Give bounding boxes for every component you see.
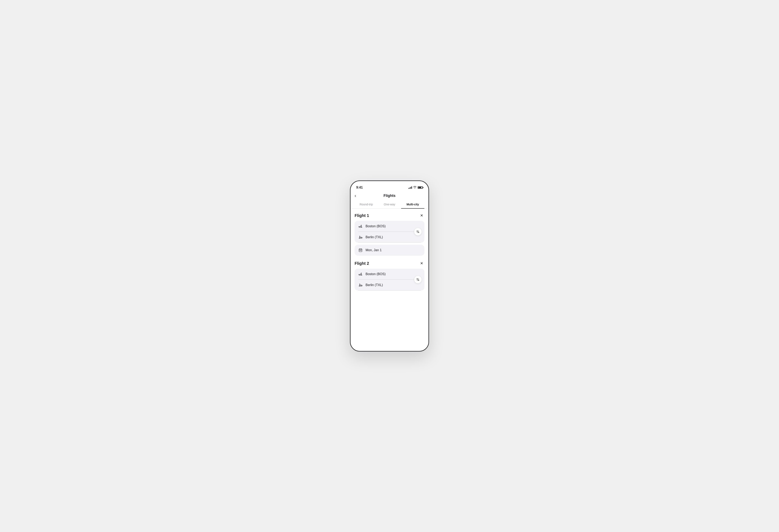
flight-1-header: Flight 1 ✕ <box>355 213 424 218</box>
flight-1-route-fields: Boston (BOS) Berlin (TXL) <box>355 221 424 243</box>
content-area: Flight 1 ✕ Boston (BOS) <box>351 209 428 351</box>
flight-2-to-row[interactable]: Berlin (TXL) <box>355 280 424 290</box>
plane-arrive-2-icon <box>358 283 363 287</box>
back-button[interactable]: ‹ <box>355 193 356 198</box>
flight-2-from-text: Boston (BOS) <box>366 272 386 276</box>
plane-arrive-icon <box>358 235 363 240</box>
signal-bars-icon <box>408 186 412 189</box>
flight-1-swap-button[interactable] <box>414 228 422 236</box>
status-icons <box>408 186 423 189</box>
flight-2-to-text: Berlin (TXL) <box>366 283 383 287</box>
header: ‹ Flights <box>351 191 428 200</box>
tab-one-way[interactable]: One-way <box>378 200 401 208</box>
svg-rect-2 <box>360 250 361 251</box>
flight-1-date-text: Mon, Jan 1 <box>366 248 381 252</box>
flight-2-label: Flight 2 <box>355 261 369 266</box>
tab-round-trip[interactable]: Round-trip <box>355 200 378 208</box>
status-time: 9:41 <box>356 186 363 189</box>
tab-multi-city[interactable]: Multi-city <box>401 200 424 208</box>
svg-rect-3 <box>361 250 362 251</box>
flight-2-header: Flight 2 ✕ <box>355 261 424 266</box>
flight-1-from-row[interactable]: Boston (BOS) <box>355 221 424 232</box>
page-title: Flights <box>383 194 396 198</box>
flight-1-section: Flight 1 ✕ Boston (BOS) <box>355 213 424 256</box>
flight-1-to-row[interactable]: Berlin (TXL) <box>355 232 424 243</box>
flight-2-route-fields: Boston (BOS) Berlin (TXL) <box>355 269 424 290</box>
flight-1-date-field[interactable]: Mon, Jan 1 <box>355 245 424 256</box>
flight-1-to-text: Berlin (TXL) <box>366 236 383 239</box>
flight-2-from-row[interactable]: Boston (BOS) <box>355 269 424 280</box>
plane-depart-icon <box>358 224 363 228</box>
svg-rect-1 <box>359 250 360 251</box>
flight-1-close-button[interactable]: ✕ <box>419 213 424 218</box>
calendar-icon <box>358 248 363 252</box>
status-bar: 9:41 <box>351 181 428 191</box>
plane-depart-2-icon <box>358 272 363 276</box>
phone-frame: 9:41 ‹ Flights <box>350 181 429 351</box>
tabs-container: Round-trip One-way Multi-city <box>351 200 428 209</box>
battery-icon <box>418 186 423 189</box>
wifi-icon <box>413 186 416 189</box>
flight-2-section: Flight 2 ✕ Boston (BOS) <box>355 261 424 290</box>
flight-1-label: Flight 1 <box>355 213 369 218</box>
flight-2-close-button[interactable]: ✕ <box>419 261 424 266</box>
flight-1-from-text: Boston (BOS) <box>366 224 386 228</box>
flight-2-swap-button[interactable] <box>414 276 422 283</box>
